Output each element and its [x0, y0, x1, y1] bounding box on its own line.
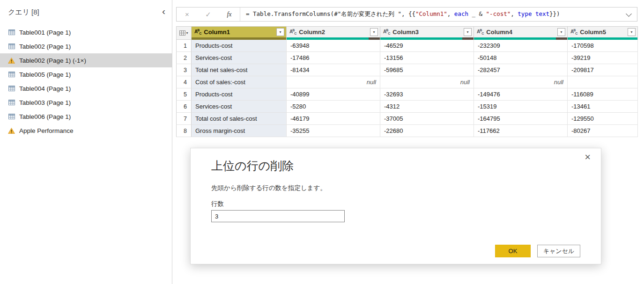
fx-icon[interactable]: fx — [219, 11, 240, 18]
cell[interactable]: -164795 — [474, 113, 568, 125]
cell[interactable]: null — [380, 76, 474, 88]
grid-header-row: ▾ABCColumn1▾ABCColumn2▾ABCColumn3▾ABCCol… — [176, 26, 638, 40]
cancel-button[interactable]: キャンセル — [537, 245, 580, 257]
cell[interactable]: -37005 — [380, 113, 474, 125]
cell[interactable]: -39219 — [568, 52, 638, 64]
close-icon[interactable]: × — [585, 152, 591, 162]
sidebar-item-table005-page-1[interactable]: Table005 (Page 1) — [0, 67, 172, 81]
column-header-column3[interactable]: ABCColumn3▾ — [380, 26, 474, 40]
cell[interactable]: -22680 — [380, 125, 474, 137]
cell[interactable]: Cost of sales:-cost — [192, 76, 287, 88]
cell[interactable]: Services-cost — [192, 101, 287, 113]
cancel-formula-icon[interactable]: × — [177, 10, 198, 18]
formula-segment: each — [454, 10, 468, 17]
cell[interactable]: -13156 — [380, 52, 474, 64]
row-number[interactable]: 5 — [176, 88, 192, 101]
column-header-column5[interactable]: ABCColumn5▾ — [568, 26, 638, 40]
sidebar-item-table002-page-1[interactable]: Table002 (Page 1) — [0, 39, 172, 53]
expand-formula-chevron-icon[interactable] — [621, 7, 637, 21]
cell[interactable]: -80267 — [568, 125, 638, 137]
cell[interactable]: null — [287, 76, 380, 88]
filter-dropdown-icon[interactable]: ▾ — [276, 28, 284, 36]
cell[interactable]: -13461 — [568, 101, 638, 113]
cell[interactable]: -46179 — [287, 113, 380, 125]
row-number[interactable]: 8 — [176, 125, 192, 137]
sidebar-item-apple-performance[interactable]: Apple Performance — [0, 124, 172, 138]
dialog-title: 上位の行の削除 — [211, 158, 294, 174]
query-label: Table004 (Page 1) — [19, 85, 71, 92]
table-row: 6Services-cost-5280-4312-15319-13461 — [176, 101, 638, 113]
cell[interactable]: -117662 — [474, 125, 568, 137]
filter-dropdown-icon[interactable]: ▾ — [464, 28, 472, 36]
dialog-buttons: OK キャンセル — [495, 245, 580, 257]
query-count-badge: [8] — [31, 8, 39, 16]
cell[interactable]: Gross margin-cost — [192, 125, 287, 137]
cell[interactable]: Products-cost — [192, 40, 287, 52]
cell[interactable]: -232309 — [474, 40, 568, 52]
column-name: Column3 — [392, 29, 464, 36]
cell[interactable]: -50148 — [474, 52, 568, 64]
text-type-icon: ABC — [570, 29, 577, 35]
formula-segment: type text — [518, 10, 549, 17]
query-label: Table003 (Page 1) — [19, 99, 71, 106]
query-list: Table001 (Page 1)Table002 (Page 1)Table0… — [0, 25, 172, 138]
sidebar-item-table003-page-1[interactable]: Table003 (Page 1) — [0, 95, 172, 109]
column-header-column4[interactable]: ABCColumn4▾ — [474, 26, 568, 40]
cell[interactable]: null — [474, 76, 568, 88]
cell[interactable]: -129550 — [568, 113, 638, 125]
row-number[interactable]: 4 — [176, 76, 192, 88]
table-row: 5Products-cost-40899-32693-149476-116089 — [176, 88, 638, 101]
sidebar-item-table004-page-1[interactable]: Table004 (Page 1) — [0, 81, 172, 95]
text-type-icon: ABC — [383, 29, 390, 35]
sidebar-item-table001-page-1[interactable]: Table001 (Page 1) — [0, 25, 172, 39]
cell[interactable]: -209817 — [568, 64, 638, 76]
cell[interactable]: -35255 — [287, 125, 380, 137]
cell[interactable]: Total cost of sales-cost — [192, 113, 287, 125]
column-name: Column4 — [486, 29, 557, 36]
column-header-content: ABCColumn3▾ — [380, 27, 474, 37]
column-header-column1[interactable]: ABCColumn1▾ — [192, 26, 287, 40]
select-all-corner[interactable]: ▾ — [176, 26, 192, 40]
cell[interactable]: -63948 — [287, 40, 380, 52]
row-number[interactable]: 3 — [176, 64, 192, 76]
cell[interactable]: -5280 — [287, 101, 380, 113]
text-type-icon: ABC — [289, 29, 296, 35]
ok-button[interactable]: OK — [495, 245, 531, 257]
cell[interactable]: -17486 — [287, 52, 380, 64]
cell[interactable]: -4312 — [380, 101, 474, 113]
row-number[interactable]: 7 — [176, 113, 192, 125]
sidebar-item-table002-page-1-1[interactable]: Table002 (Page 1) (-1×) — [0, 53, 172, 67]
cell[interactable]: -46529 — [380, 40, 474, 52]
cell[interactable]: -81434 — [287, 64, 380, 76]
row-number[interactable]: 2 — [176, 52, 192, 64]
cell[interactable]: -282457 — [474, 64, 568, 76]
sidebar-item-table006-page-1[interactable]: Table006 (Page 1) — [0, 109, 172, 124]
cell[interactable]: -59685 — [380, 64, 474, 76]
cell[interactable]: -149476 — [474, 88, 568, 101]
cell[interactable]: Services-cost — [192, 52, 287, 64]
cell[interactable]: Products-cost — [192, 88, 287, 101]
cell[interactable]: -40899 — [287, 88, 380, 101]
cell[interactable]: -116089 — [568, 88, 638, 101]
row-number[interactable]: 1 — [176, 40, 192, 52]
row-count-input[interactable] — [211, 210, 345, 222]
cell[interactable]: Total net sales-cost — [192, 64, 287, 76]
formula-segment: , — [511, 10, 518, 17]
column-header-content: ABCColumn1▾ — [192, 27, 286, 37]
cell[interactable]: -15319 — [474, 101, 568, 113]
column-name: Column5 — [580, 29, 628, 36]
collapse-pane-icon[interactable]: ‹ — [162, 6, 165, 16]
filter-dropdown-icon[interactable]: ▾ — [557, 28, 565, 36]
filter-dropdown-icon[interactable]: ▾ — [370, 28, 378, 36]
commit-formula-icon[interactable]: ✓ — [198, 10, 219, 19]
cell[interactable] — [568, 76, 638, 88]
remove-top-rows-dialog: × 上位の行の削除 先頭から削除する行の数を指定します。 行数 OK キャンセル — [190, 148, 601, 264]
grid-body: 1Products-cost-63948-46529-232309-170598… — [176, 40, 638, 137]
cell[interactable]: -32693 — [380, 88, 474, 101]
row-count-label: 行数 — [211, 200, 224, 208]
filter-dropdown-icon[interactable]: ▾ — [628, 28, 636, 36]
formula-input[interactable]: = Table.TransformColumns(#"名前が変更された列 ", … — [240, 7, 621, 21]
column-header-column2[interactable]: ABCColumn2▾ — [287, 26, 380, 40]
cell[interactable]: -170598 — [568, 40, 638, 52]
row-number[interactable]: 6 — [176, 101, 192, 113]
